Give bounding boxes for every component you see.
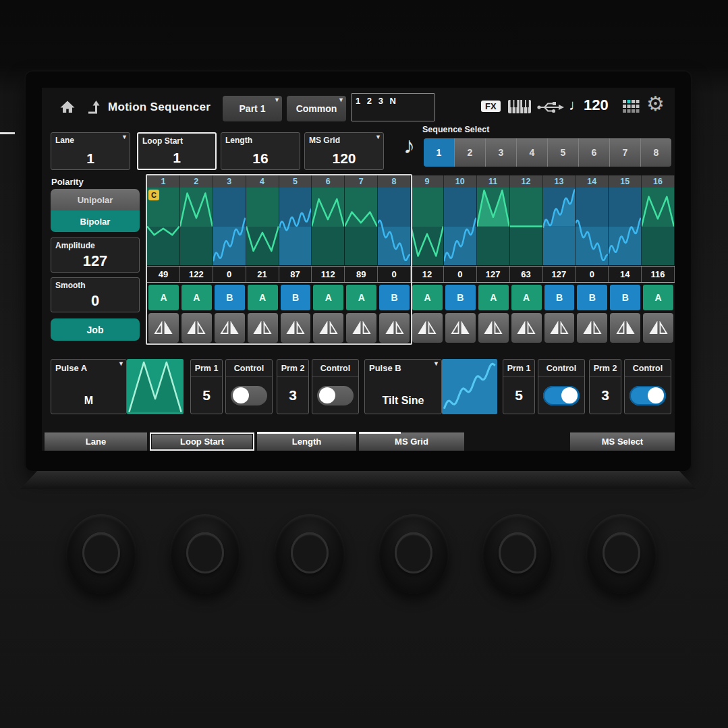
step-pulse-select[interactable]: B <box>544 285 575 310</box>
step-mirror-button[interactable] <box>148 313 179 343</box>
tab-ms-select[interactable]: MS Select <box>570 432 675 451</box>
step-mirror-button[interactable] <box>412 313 443 343</box>
pulse-a-selector[interactable]: Pulse A ▼ M <box>51 359 127 414</box>
sequence-button-2[interactable]: 2 <box>455 138 486 167</box>
step-mirror-button[interactable] <box>379 313 410 343</box>
pulse-b-prm2-box[interactable]: Prm 2 3 <box>589 359 621 414</box>
pulse-a-control1-toggle[interactable] <box>231 386 267 405</box>
step-value[interactable]: 87 <box>279 267 312 282</box>
step-value[interactable]: 21 <box>246 267 279 282</box>
part-select-button[interactable]: Part 1 ▼ <box>223 96 282 121</box>
name-display[interactable]: 1 2 3 N <box>351 93 435 121</box>
step-wave-cell-2[interactable] <box>180 188 213 265</box>
step-mirror-button[interactable] <box>478 313 509 343</box>
unipolar-button[interactable]: Unipolar <box>51 189 140 211</box>
knob-2[interactable] <box>170 514 240 594</box>
step-pulse-select[interactable]: B <box>610 285 640 310</box>
step-mirror-button[interactable] <box>215 313 245 343</box>
pulse-a-prm1-box[interactable]: Prm 1 5 <box>190 359 223 414</box>
step-value[interactable]: 116 <box>642 267 675 282</box>
step-wave-cell-9[interactable] <box>411 188 444 265</box>
step-mirror-button[interactable] <box>610 313 640 343</box>
step-pulse-select[interactable]: A <box>511 285 542 310</box>
step-value[interactable]: 112 <box>312 267 345 282</box>
step-pulse-select[interactable]: A <box>478 285 509 310</box>
step-wave-cell-12[interactable] <box>510 188 543 265</box>
sequence-button-7[interactable]: 7 <box>610 138 641 167</box>
step-value[interactable]: 14 <box>609 267 642 282</box>
exit-up-icon[interactable] <box>85 99 101 117</box>
common-button[interactable]: Common ▼ <box>287 96 346 121</box>
step-wave-cell-3[interactable] <box>213 188 246 265</box>
step-wave-cell-4[interactable] <box>246 188 279 265</box>
step-pulse-select[interactable]: A <box>148 285 179 310</box>
pulse-b-control1-toggle[interactable] <box>543 386 580 405</box>
gear-icon[interactable]: ⚙ <box>646 92 665 115</box>
knob-1[interactable] <box>66 514 136 594</box>
step-wave-cell-7[interactable] <box>345 188 378 265</box>
step-mirror-button[interactable] <box>577 313 607 343</box>
step-wave-cell-16[interactable] <box>642 188 675 265</box>
step-pulse-select[interactable]: A <box>313 285 343 310</box>
job-button[interactable]: Job <box>51 318 140 341</box>
step-mirror-button[interactable] <box>445 313 476 343</box>
home-icon[interactable] <box>59 99 76 117</box>
step-pulse-select[interactable]: A <box>181 285 212 310</box>
scene-grid-icon[interactable] <box>623 100 640 116</box>
step-pulse-select[interactable]: B <box>445 285 476 310</box>
pulse-b-prm1-box[interactable]: Prm 1 5 <box>503 359 535 414</box>
step-value[interactable]: 0 <box>444 267 477 282</box>
step-mirror-button[interactable] <box>281 313 311 343</box>
note-value-icon[interactable]: ♪ <box>403 132 415 159</box>
knob-4[interactable] <box>379 514 449 594</box>
knob-5[interactable] <box>482 514 553 594</box>
sequence-button-4[interactable]: 4 <box>517 138 548 167</box>
param-box-loop-start[interactable]: Loop Start1 <box>137 132 217 170</box>
tempo-display[interactable]: ♩120 <box>569 96 609 114</box>
tab-length[interactable]: Length <box>257 432 356 451</box>
amplitude-box[interactable]: Amplitude 127 <box>51 237 140 273</box>
step-wave-cell-13[interactable] <box>543 188 576 265</box>
tab-lane[interactable]: Lane <box>45 432 147 451</box>
step-value[interactable]: 127 <box>543 267 576 282</box>
tab-ms-grid[interactable]: MS Grid <box>359 432 464 451</box>
sequence-button-1[interactable]: 1 <box>424 138 455 167</box>
sequence-button-8[interactable]: 8 <box>641 138 671 167</box>
step-pulse-select[interactable]: B <box>281 285 311 310</box>
step-pulse-select[interactable]: A <box>643 285 673 310</box>
knob-3[interactable] <box>275 514 345 594</box>
step-value[interactable]: 0 <box>576 267 609 282</box>
step-value[interactable]: 0 <box>213 267 246 282</box>
param-box-length[interactable]: Length16 <box>221 132 300 170</box>
step-value[interactable]: 63 <box>510 267 543 282</box>
step-wave-cell-15[interactable] <box>609 188 642 265</box>
pulse-a-prm2-box[interactable]: Prm 2 3 <box>277 359 309 414</box>
step-value[interactable]: 0 <box>378 267 411 282</box>
step-wave-cell-5[interactable] <box>279 188 312 265</box>
step-wave-cell-8[interactable] <box>378 188 411 265</box>
step-wave-cell-6[interactable] <box>312 188 345 265</box>
step-mirror-button[interactable] <box>643 313 673 343</box>
step-value[interactable]: 89 <box>345 267 378 282</box>
param-box-lane[interactable]: Lane1▼ <box>51 132 130 170</box>
step-value[interactable]: 49 <box>147 267 180 282</box>
pulse-b-selector[interactable]: Pulse B ▼ Tilt Sine <box>364 359 442 414</box>
step-pulse-select[interactable]: B <box>577 285 607 310</box>
tab-loop-start[interactable]: Loop Start <box>150 432 254 451</box>
step-pulse-select[interactable]: B <box>215 285 245 310</box>
step-mirror-button[interactable] <box>544 313 575 343</box>
step-mirror-button[interactable] <box>313 313 343 343</box>
step-value[interactable]: 12 <box>411 267 444 282</box>
pulse-b-control2-toggle[interactable] <box>629 386 666 405</box>
sequence-button-6[interactable]: 6 <box>579 138 610 167</box>
step-value[interactable]: 122 <box>180 267 213 282</box>
sequence-button-3[interactable]: 3 <box>486 138 517 167</box>
step-pulse-select[interactable]: A <box>248 285 278 310</box>
bipolar-button[interactable]: Bipolar <box>51 211 140 232</box>
step-mirror-button[interactable] <box>511 313 542 343</box>
step-wave-cell-11[interactable] <box>477 188 510 265</box>
step-mirror-button[interactable] <box>346 313 376 343</box>
knob-6[interactable] <box>586 514 656 594</box>
fx-badge[interactable]: FX <box>481 101 501 112</box>
sequence-button-5[interactable]: 5 <box>548 138 579 167</box>
